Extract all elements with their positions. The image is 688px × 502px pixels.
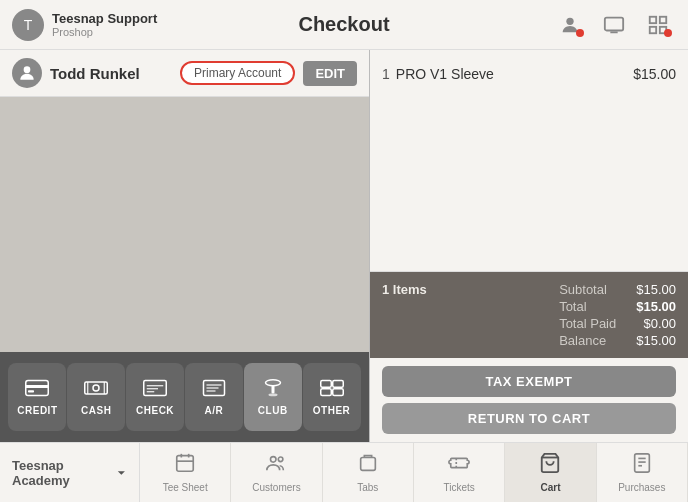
tickets-icon bbox=[448, 452, 470, 479]
svg-rect-3 bbox=[650, 16, 656, 22]
svg-rect-36 bbox=[360, 458, 375, 471]
ar-icon bbox=[202, 379, 226, 400]
summary-right: Subtotal Total Total Paid Balance $15.00… bbox=[559, 282, 676, 348]
other-payment-btn[interactable]: OTHER bbox=[303, 363, 361, 431]
check-payment-btn[interactable]: CHECK bbox=[126, 363, 184, 431]
svg-rect-1 bbox=[605, 17, 623, 30]
svg-rect-9 bbox=[26, 385, 49, 388]
header-left: T Teesnap Support Proshop bbox=[12, 9, 157, 41]
svg-rect-24 bbox=[271, 385, 274, 393]
cart-label: Cart bbox=[540, 482, 560, 493]
right-panel: 1 PRO V1 Sleeve $15.00 1 Items Subtotal … bbox=[370, 50, 688, 442]
svg-rect-26 bbox=[320, 380, 331, 387]
total-value: $15.00 bbox=[636, 299, 676, 314]
bottom-nav: Teesnap Academy Tee Sheet bbox=[0, 442, 688, 502]
customers-label: Customers bbox=[252, 482, 300, 493]
person-icon-btn[interactable] bbox=[552, 7, 588, 43]
balance-value: $15.00 bbox=[636, 333, 676, 348]
other-icon bbox=[320, 379, 344, 400]
cart-item-qty: 1 bbox=[382, 66, 390, 82]
left-panel: Todd Runkel Primary Account EDIT CREDIT bbox=[0, 50, 370, 442]
payment-buttons: CREDIT CASH bbox=[0, 352, 369, 442]
svg-point-12 bbox=[93, 385, 99, 391]
svg-rect-30 bbox=[177, 456, 194, 472]
purchases-icon bbox=[631, 452, 653, 479]
cart-item: 1 PRO V1 Sleeve $15.00 bbox=[382, 62, 676, 86]
left-content-area bbox=[0, 97, 369, 352]
svg-rect-4 bbox=[660, 16, 666, 22]
credit-payment-btn[interactable]: CREDIT bbox=[8, 363, 66, 431]
cash-payment-btn[interactable]: CASH bbox=[67, 363, 125, 431]
header-user-sub: Proshop bbox=[52, 26, 157, 38]
nav-purchases[interactable]: Purchases bbox=[597, 443, 688, 502]
tax-exempt-button[interactable]: TAX EXEMPT bbox=[382, 366, 676, 397]
summary-labels: Subtotal Total Total Paid Balance bbox=[559, 282, 616, 348]
action-buttons: TAX EXEMPT RETURN TO CART bbox=[370, 358, 688, 442]
tickets-label: Tickets bbox=[443, 482, 474, 493]
svg-point-34 bbox=[271, 457, 277, 463]
store-selector[interactable]: Teesnap Academy bbox=[0, 443, 140, 502]
customer-avatar bbox=[12, 58, 42, 88]
notification-dot bbox=[576, 29, 584, 37]
nav-customers[interactable]: Customers bbox=[231, 443, 322, 502]
club-icon bbox=[261, 379, 285, 400]
svg-rect-27 bbox=[332, 380, 343, 387]
tabs-icon bbox=[357, 452, 379, 479]
notification-dot-2 bbox=[664, 29, 672, 37]
return-to-cart-button[interactable]: RETURN TO CART bbox=[382, 403, 676, 434]
credit-icon bbox=[25, 379, 49, 400]
nav-tabs[interactable]: Tabs bbox=[323, 443, 414, 502]
main-content: Todd Runkel Primary Account EDIT CREDIT bbox=[0, 50, 688, 442]
ar-payment-btn[interactable]: A/R bbox=[185, 363, 243, 431]
check-icon bbox=[143, 379, 167, 400]
bottom-nav-items: Tee Sheet Customers Tabs bbox=[140, 443, 688, 502]
svg-rect-10 bbox=[28, 390, 34, 392]
nav-tee-sheet[interactable]: Tee Sheet bbox=[140, 443, 231, 502]
svg-rect-5 bbox=[650, 26, 656, 32]
svg-point-23 bbox=[265, 379, 280, 385]
customer-name: Todd Runkel bbox=[50, 65, 172, 82]
subtotal-value: $15.00 bbox=[636, 282, 676, 297]
items-count: 1 Items bbox=[382, 282, 427, 297]
settings-icon-btn[interactable] bbox=[640, 7, 676, 43]
tabs-label: Tabs bbox=[357, 482, 378, 493]
svg-rect-29 bbox=[332, 388, 343, 395]
nav-tickets[interactable]: Tickets bbox=[414, 443, 505, 502]
total-label: Total bbox=[559, 299, 616, 314]
nav-cart[interactable]: Cart bbox=[505, 443, 596, 502]
store-name: Teesnap Academy bbox=[12, 458, 127, 488]
primary-account-badge: Primary Account bbox=[180, 61, 295, 85]
page-title: Checkout bbox=[298, 13, 389, 36]
cash-icon bbox=[84, 379, 108, 400]
svg-rect-28 bbox=[320, 388, 331, 395]
svg-rect-39 bbox=[634, 454, 649, 472]
customers-icon bbox=[265, 452, 287, 479]
summary-values: $15.00 $15.00 $0.00 $15.00 bbox=[636, 282, 676, 348]
total-paid-label: Total Paid bbox=[559, 316, 616, 331]
subtotal-label: Subtotal bbox=[559, 282, 616, 297]
header-right bbox=[552, 7, 676, 43]
tee-sheet-icon bbox=[174, 452, 196, 479]
svg-point-7 bbox=[24, 66, 31, 73]
cart-item-name: PRO V1 Sleeve bbox=[396, 66, 633, 82]
svg-point-35 bbox=[279, 457, 284, 462]
header-avatar: T bbox=[12, 9, 44, 41]
svg-rect-15 bbox=[144, 380, 167, 395]
header-user-name: Teesnap Support bbox=[52, 11, 157, 26]
cart-icon bbox=[539, 452, 561, 479]
svg-point-0 bbox=[566, 17, 573, 24]
purchases-label: Purchases bbox=[618, 482, 665, 493]
svg-point-25 bbox=[268, 393, 277, 396]
balance-label: Balance bbox=[559, 333, 616, 348]
cart-item-price: $15.00 bbox=[633, 66, 676, 82]
header: T Teesnap Support Proshop Checkout bbox=[0, 0, 688, 50]
club-payment-btn[interactable]: CLUB bbox=[244, 363, 302, 431]
customer-bar: Todd Runkel Primary Account EDIT bbox=[0, 50, 369, 97]
edit-button[interactable]: EDIT bbox=[303, 61, 357, 86]
total-paid-value: $0.00 bbox=[636, 316, 676, 331]
display-icon-btn[interactable] bbox=[596, 7, 632, 43]
header-user-info: Teesnap Support Proshop bbox=[52, 11, 157, 38]
order-summary: 1 Items Subtotal Total Total Paid Balanc… bbox=[370, 272, 688, 358]
cart-items-list: 1 PRO V1 Sleeve $15.00 bbox=[370, 50, 688, 272]
tee-sheet-label: Tee Sheet bbox=[163, 482, 208, 493]
